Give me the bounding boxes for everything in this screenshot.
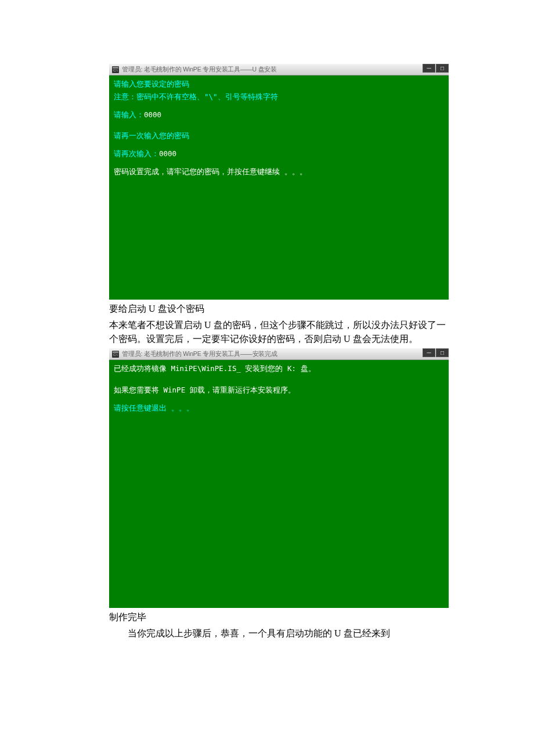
minimize-button[interactable]: ─ (423, 348, 435, 357)
terminal-line: 如果您需要将 WinPE 卸载，请重新运行本安装程序。 (114, 385, 444, 396)
terminal-body: 已经成功将镜像 MiniPE\WinPE.IS_ 安装到您的 K: 盘。 如果您… (109, 360, 449, 419)
maximize-button[interactable]: □ (436, 64, 449, 73)
caption-body: 本来笔者不想设置启动 U 盘的密码，但这个步骤不能跳过，所以没办法只好设了一个密… (109, 318, 453, 346)
caption-title: 制作完毕 (109, 610, 453, 624)
window-titlebar: C:\ 管理员: 老毛桃制作的 WinPE 专用安装工具——安装完成 ─ □ (109, 348, 449, 360)
terminal-window-password: C:\ 管理员: 老毛桃制作的 WinPE 专用安装工具——U 盘安装 ─ □ … (109, 64, 449, 300)
input-value: 0000 (159, 149, 176, 158)
prompt-label: 请再次输入： (114, 149, 159, 158)
cmd-icon: C:\ (111, 66, 120, 74)
terminal-line: 请输入您要设定的密码 (114, 79, 444, 90)
minimize-button[interactable]: ─ (423, 64, 435, 73)
window-titlebar: C:\ 管理员: 老毛桃制作的 WinPE 专用安装工具——U 盘安装 ─ □ (109, 64, 449, 75)
svg-text:C:\: C:\ (113, 353, 118, 357)
cmd-icon: C:\ (111, 350, 120, 358)
window-controls: ─ □ (422, 64, 449, 74)
svg-text:C:\: C:\ (113, 69, 118, 72)
caption-body: 当你完成以上步骤后，恭喜，一个具有启动功能的 U 盘已经来到 (109, 627, 453, 640)
window-controls: ─ □ (422, 348, 449, 359)
terminal-line: 请再次输入：0000 (114, 149, 444, 160)
terminal-line: 请按任意键退出 。。。 (114, 403, 444, 414)
window-title: 管理员: 老毛桃制作的 WinPE 专用安装工具——U 盘安装 (122, 66, 277, 74)
window-title: 管理员: 老毛桃制作的 WinPE 专用安装工具——安装完成 (122, 350, 277, 358)
terminal-line: 请输入：0000 (114, 110, 444, 121)
caption-title: 要给启动 U 盘设个密码 (109, 302, 453, 316)
terminal-line: 已经成功将镜像 MiniPE\WinPE.IS_ 安装到您的 K: 盘。 (114, 363, 444, 375)
terminal-body: 请输入您要设定的密码 注意：密码中不许有空格、"\"、引号等特殊字符 请输入：0… (109, 75, 449, 183)
prompt-label: 请输入： (114, 110, 144, 119)
terminal-line: 密码设置完成，请牢记您的密码，并按任意键继续 。。。 (114, 167, 444, 178)
terminal-line: 注意：密码中不许有空格、"\"、引号等特殊字符 (114, 92, 444, 103)
terminal-window-complete: C:\ 管理员: 老毛桃制作的 WinPE 专用安装工具——安装完成 ─ □ 已… (109, 348, 449, 608)
input-value: 0000 (144, 110, 161, 119)
maximize-button[interactable]: □ (436, 348, 449, 357)
terminal-line: 请再一次输入您的密码 (114, 131, 444, 142)
